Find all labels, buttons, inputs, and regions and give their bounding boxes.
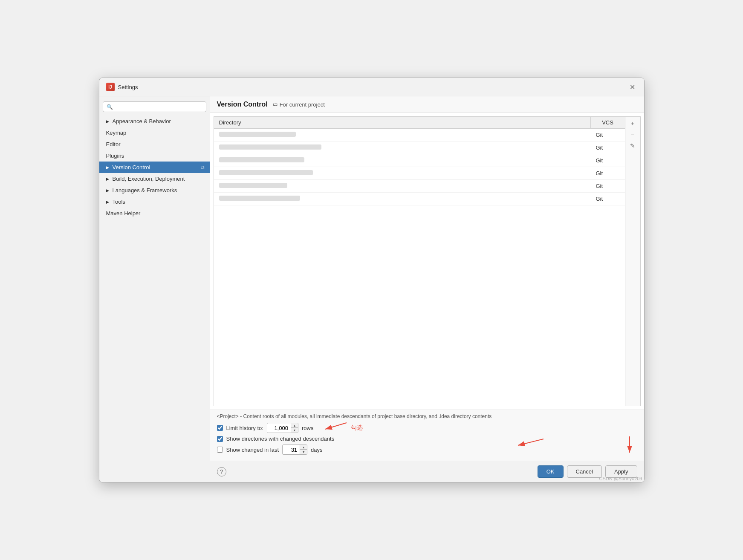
table-body: Git Git	[214, 129, 625, 406]
limit-history-input[interactable]	[267, 424, 291, 433]
table-row[interactable]: Git	[214, 141, 625, 154]
table-row[interactable]: Git	[214, 167, 625, 180]
arrow-icon: ▶	[106, 188, 109, 193]
search-icon: 🔍	[107, 104, 113, 110]
sidebar-item-editor[interactable]: Editor	[99, 139, 210, 150]
spinner-down[interactable]: ▼	[291, 428, 298, 433]
edit-button[interactable]: ✎	[627, 141, 639, 151]
days-input[interactable]	[283, 445, 300, 454]
title-bar: IJ Settings ✕	[99, 78, 644, 96]
sidebar-item-keymap[interactable]: Keymap	[99, 127, 210, 139]
days-spinner-down[interactable]: ▼	[300, 450, 307, 454]
sidebar-item-label: Keymap	[106, 130, 127, 136]
ok-button[interactable]: OK	[538, 465, 564, 478]
panel-title: Version Control	[217, 101, 268, 108]
show-changed-descendants-row: Show directories with changed descendant…	[217, 436, 637, 442]
vcs-cell: Git	[591, 141, 625, 154]
svg-line-1	[325, 423, 347, 429]
vcs-cell: Git	[591, 180, 625, 192]
limit-history-suffix: rows	[302, 425, 313, 431]
app-icon: IJ	[106, 83, 115, 91]
sidebar-item-version-control[interactable]: ▶ Version Control ⧉	[99, 162, 210, 173]
search-box[interactable]: 🔍	[103, 101, 206, 112]
sidebar-item-label: Editor	[106, 141, 121, 147]
days-suffix: days	[311, 447, 322, 453]
search-input[interactable]	[116, 104, 202, 110]
remove-button[interactable]: −	[627, 130, 639, 140]
sidebar-item-label: Version Control	[113, 164, 150, 170]
watermark: CSDN @Sunny0209	[599, 476, 642, 481]
sidebar-item-label: Plugins	[106, 153, 124, 159]
col-directory-header: Directory	[214, 117, 591, 128]
table-row[interactable]: Git	[214, 193, 625, 205]
bottom-section: <Project> - Content roots of all modules…	[210, 410, 644, 461]
cancel-button[interactable]: Cancel	[567, 465, 602, 478]
apply-arrow-annotation	[621, 436, 638, 458]
panel-header: Version Control 🗂 For current project	[210, 96, 644, 113]
dir-cell	[214, 129, 591, 141]
sidebar-item-tools[interactable]: ▶ Tools	[99, 196, 210, 208]
panel-subtitle: 🗂 For current project	[273, 101, 325, 108]
days-spinner-buttons: ▲ ▼	[300, 445, 307, 454]
right-panel: Version Control 🗂 For current project Di…	[210, 96, 644, 482]
limit-history-checkbox[interactable]	[217, 425, 223, 431]
close-button[interactable]: ✕	[628, 82, 637, 92]
show-changed-last-row: Show changed in last ▲ ▼ days	[217, 445, 637, 455]
panel-subtitle-text: For current project	[280, 101, 325, 108]
vcs-cell: Git	[591, 129, 625, 141]
dir-cell	[214, 141, 591, 154]
table-toolbar: + − ✎	[625, 117, 640, 406]
arrow-icon: ▶	[106, 119, 109, 124]
sidebar-item-label: Build, Execution, Deployment	[113, 176, 185, 182]
spinner-buttons: ▲ ▼	[291, 423, 298, 433]
days-spinner-up[interactable]: ▲	[300, 445, 307, 450]
dir-cell	[214, 154, 591, 167]
sidebar-item-build-execution[interactable]: ▶ Build, Execution, Deployment	[99, 173, 210, 185]
show-changed-last-label: Show changed in last	[226, 447, 279, 453]
arrow-icon: ▶	[106, 200, 109, 204]
vcs-table: Directory VCS Git	[214, 116, 641, 406]
vcs-cell: Git	[591, 193, 625, 205]
table-row[interactable]: Git	[214, 154, 625, 167]
sidebar-item-appearance-behavior[interactable]: ▶ Appearance & Behavior	[99, 115, 210, 127]
limit-history-row: Limit history to: ▲ ▼ rows	[217, 423, 637, 433]
arrow-icon: ▶	[106, 177, 109, 181]
dir-cell	[214, 167, 591, 179]
arrow-annotation	[321, 421, 355, 433]
table-header: Directory VCS	[214, 117, 625, 129]
sidebar-item-maven-helper[interactable]: Maven Helper	[99, 208, 210, 219]
limit-history-spinner[interactable]: ▲ ▼	[267, 423, 298, 433]
vcs-cell: Git	[591, 154, 625, 167]
arrow2-annotation	[509, 435, 552, 452]
spinner-up[interactable]: ▲	[291, 423, 298, 428]
table-row[interactable]: Git	[214, 129, 625, 141]
project-note: <Project> - Content roots of all modules…	[217, 413, 637, 419]
dir-cell	[214, 193, 591, 205]
sidebar: 🔍 ▶ Appearance & Behavior Keymap Editor …	[99, 96, 210, 482]
vcs-cell: Git	[591, 167, 625, 179]
svg-line-3	[518, 439, 544, 445]
show-changed-descendants-checkbox[interactable]	[217, 436, 223, 442]
add-button[interactable]: +	[627, 118, 639, 129]
days-spinner[interactable]: ▲ ▼	[282, 445, 307, 455]
limit-history-label: Limit history to:	[226, 425, 263, 431]
table-row[interactable]: Git	[214, 180, 625, 193]
project-icon: 🗂	[273, 101, 278, 107]
sidebar-item-label: Appearance & Behavior	[113, 118, 171, 124]
sidebar-item-languages-frameworks[interactable]: ▶ Languages & Frameworks	[99, 185, 210, 196]
dialog-title: Settings	[118, 84, 138, 90]
arrow-icon: ▶	[106, 165, 109, 170]
title-bar-left: IJ Settings	[106, 83, 138, 91]
sidebar-item-label: Tools	[113, 199, 125, 205]
dir-cell	[214, 180, 591, 192]
footer: ? OK Cancel Apply	[210, 461, 644, 482]
settings-dialog: IJ Settings ✕ 🔍 ▶ Appearance & Behavior …	[99, 78, 645, 482]
show-changed-last-checkbox[interactable]	[217, 447, 223, 453]
help-button[interactable]: ?	[217, 467, 226, 476]
col-vcs-header: VCS	[591, 117, 625, 128]
copy-icon: ⧉	[201, 165, 205, 170]
sidebar-item-label: Languages & Frameworks	[113, 187, 177, 193]
sidebar-item-label: Maven Helper	[106, 210, 141, 216]
sidebar-item-plugins[interactable]: Plugins	[99, 150, 210, 162]
show-changed-descendants-label: Show directories with changed descendant…	[226, 436, 335, 442]
